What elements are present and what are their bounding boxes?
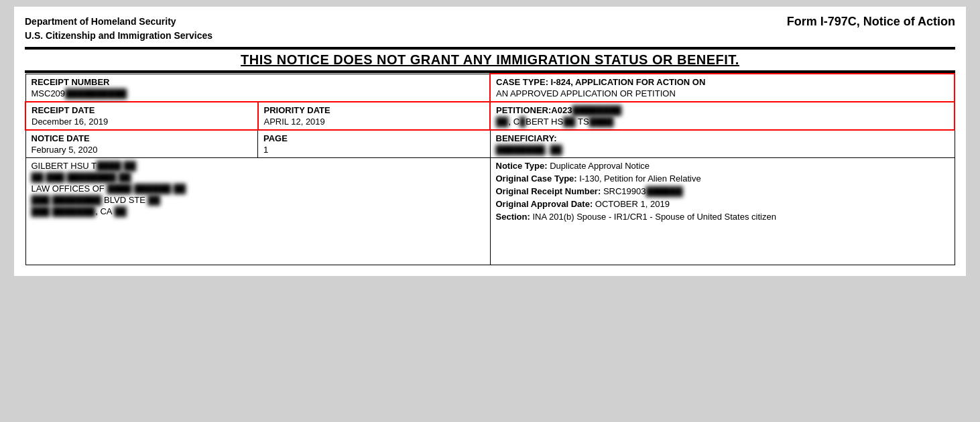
receipt-date-value: December 16, 2019 — [32, 117, 252, 127]
receipt-number-value: MSC209██████████ — [32, 88, 485, 98]
address-line3: LAW OFFICES OF ████ ██████ ██ — [32, 184, 485, 194]
beneficiary-value: ████████, ██ — [496, 145, 949, 155]
petitioner-cell: PETITIONER:A023████████ ██, C█BERT HS██ … — [490, 102, 955, 130]
receipt-number-row: RECEIPT NUMBER MSC209██████████ CASE TYP… — [25, 74, 955, 102]
banner-text: THIS NOTICE DOES NOT GRANT ANY IMMIGRATI… — [241, 52, 739, 67]
priority-date-label: PRIORITY DATE — [264, 105, 485, 115]
notice-type-line: Notice Type: Duplicate Approval Notice — [496, 161, 949, 171]
document-header: Department of Homeland Security U.S. Cit… — [25, 15, 955, 43]
notice-banner: THIS NOTICE DOES NOT GRANT ANY IMMIGRATI… — [25, 47, 955, 73]
beneficiary-cell: BENEFICIARY: ████████, ██ — [490, 130, 955, 158]
address-info-row: GILBERT HSU T████ ██ ██ ███ ████████ ██ … — [25, 158, 955, 265]
receipt-number-label: RECEIPT NUMBER — [32, 77, 485, 87]
receipt-date-cell: RECEIPT DATE December 16, 2019 — [25, 102, 258, 130]
address-line1: GILBERT HSU T████ ██ — [32, 161, 485, 171]
original-receipt-line: Original Receipt Number: SRC19903██████ — [496, 186, 949, 196]
dept-line2: U.S. Citizenship and Immigration Service… — [25, 29, 212, 43]
notice-date-cell: NOTICE DATE February 5, 2020 — [25, 130, 258, 158]
case-type-sub: AN APPROVED APPLICATION OR PETITION — [496, 88, 948, 98]
notice-date-value: February 5, 2020 — [32, 145, 253, 155]
address-cell: GILBERT HSU T████ ██ ██ ███ ████████ ██ … — [25, 158, 490, 265]
case-type-cell: CASE TYPE: I-824, APPLICATION FOR ACTION… — [490, 74, 955, 102]
petitioner-label: PETITIONER:A023████████ — [496, 105, 948, 115]
case-type-label: CASE TYPE: I-824, APPLICATION FOR ACTION… — [496, 77, 948, 87]
form-title: Form I-797C, Notice of Action — [787, 15, 955, 29]
page-value: 1 — [263, 145, 485, 155]
receipt-number-redacted: ██████████ — [65, 88, 127, 98]
section-line: Section: INA 201(b) Spouse - IR1/CR1 - S… — [496, 212, 949, 222]
address-line2: ██ ███ ████████ ██ — [32, 172, 485, 182]
notice-date-row: NOTICE DATE February 5, 2020 PAGE 1 BENE… — [25, 130, 955, 158]
beneficiary-label: BENEFICIARY: — [496, 133, 949, 143]
receipt-number-cell: RECEIPT NUMBER MSC209██████████ — [25, 74, 490, 102]
dept-line1: Department of Homeland Security — [25, 15, 212, 29]
page-cell: PAGE 1 — [258, 130, 491, 158]
priority-date-value: APRIL 12, 2019 — [264, 117, 485, 127]
document: Department of Homeland Security U.S. Cit… — [14, 7, 966, 276]
original-approval-line: Original Approval Date: OCTOBER 1, 2019 — [496, 199, 949, 209]
notice-info-cell: Notice Type: Duplicate Approval Notice O… — [490, 158, 955, 265]
petitioner-name: ██, C█BERT HS██ TS████ — [496, 117, 948, 127]
main-info-table: RECEIPT NUMBER MSC209██████████ CASE TYP… — [25, 73, 955, 265]
priority-date-cell: PRIORITY DATE APRIL 12, 2019 — [258, 102, 491, 130]
original-case-type-line: Original Case Type: I-130, Petition for … — [496, 173, 949, 184]
address-line4: ███ ████████ BLVD STE ██ — [32, 195, 485, 205]
page-label: PAGE — [263, 133, 485, 143]
address-line5: ███ ███████, CA ██ — [32, 206, 485, 216]
agency-info: Department of Homeland Security U.S. Cit… — [25, 15, 212, 43]
notice-date-label: NOTICE DATE — [32, 133, 253, 143]
dates-petitioner-row: RECEIPT DATE December 16, 2019 PRIORITY … — [25, 102, 955, 130]
receipt-date-label: RECEIPT DATE — [32, 105, 252, 115]
